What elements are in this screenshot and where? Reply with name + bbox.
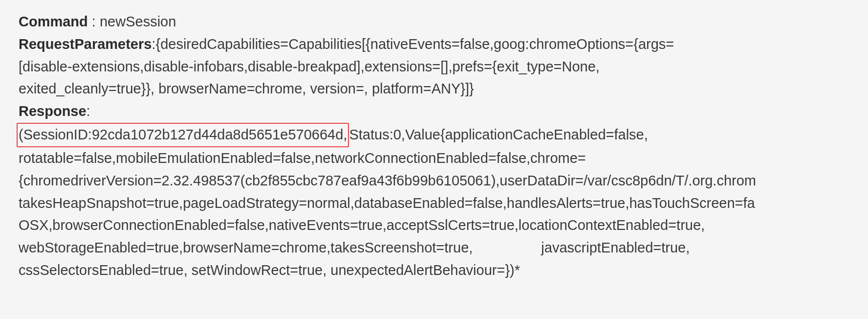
response-line-3: {chromedriverVersion=2.32.498537(cb2f855… <box>19 170 868 192</box>
response-text-3: {chromedriverVersion=2.32.498537(cb2f855… <box>19 173 756 188</box>
response-line-2: rotatable=false,mobileEmulationEnabled=f… <box>19 147 868 170</box>
response-line-1: (SessionID:92cda1072b127d44da8d5651e5706… <box>19 123 868 147</box>
command-value: newSession <box>100 14 176 29</box>
response-text-4: takesHeapSnapshot=true,pageLoadStrategy=… <box>19 195 755 211</box>
response-text-6a: webStorageEnabled=true,browserName=chrom… <box>19 240 473 255</box>
command-line: Command : newSession <box>19 11 868 33</box>
request-params-text-1: {desiredCapabilities=Capabilities[{nativ… <box>155 36 674 52</box>
request-params-label: RequestParameters <box>19 36 152 52</box>
response-text-7: cssSelectorsEnabled=true, setWindowRect=… <box>19 262 520 278</box>
response-sep: : <box>87 103 90 119</box>
command-label: Command <box>19 14 88 29</box>
command-sep: : <box>88 14 100 29</box>
response-line-6: webStorageEnabled=true,browserName=chrom… <box>19 237 868 259</box>
response-text-5: OSX,browserConnectionEnabled=false,nativ… <box>19 217 705 233</box>
request-params-text-3: exited_cleanly=true}}, browserName=chrom… <box>19 81 474 96</box>
response-line-5: OSX,browserConnectionEnabled=false,nativ… <box>19 214 868 237</box>
response-label-line: Response: <box>19 100 868 123</box>
response-label: Response <box>19 103 87 119</box>
session-id-highlight: (SessionID:92cda1072b127d44da8d5651e5706… <box>17 123 349 147</box>
response-text-2: rotatable=false,mobileEmulationEnabled=f… <box>19 150 586 166</box>
response-text-6b: javascriptEnabled=true, <box>541 240 690 255</box>
response-line-7: cssSelectorsEnabled=true, setWindowRect=… <box>19 259 868 282</box>
request-params-line-1: RequestParameters:{desiredCapabilities=C… <box>19 33 868 56</box>
response-after-highlight: Status:0,Value{applicationCacheEnabled=f… <box>349 127 648 142</box>
request-params-line-3: exited_cleanly=true}}, browserName=chrom… <box>19 78 868 100</box>
request-params-text-2: [disable-extensions,disable-infobars,dis… <box>19 59 600 74</box>
response-line-4: takesHeapSnapshot=true,pageLoadStrategy=… <box>19 192 868 215</box>
request-params-line-2: [disable-extensions,disable-infobars,dis… <box>19 56 868 78</box>
